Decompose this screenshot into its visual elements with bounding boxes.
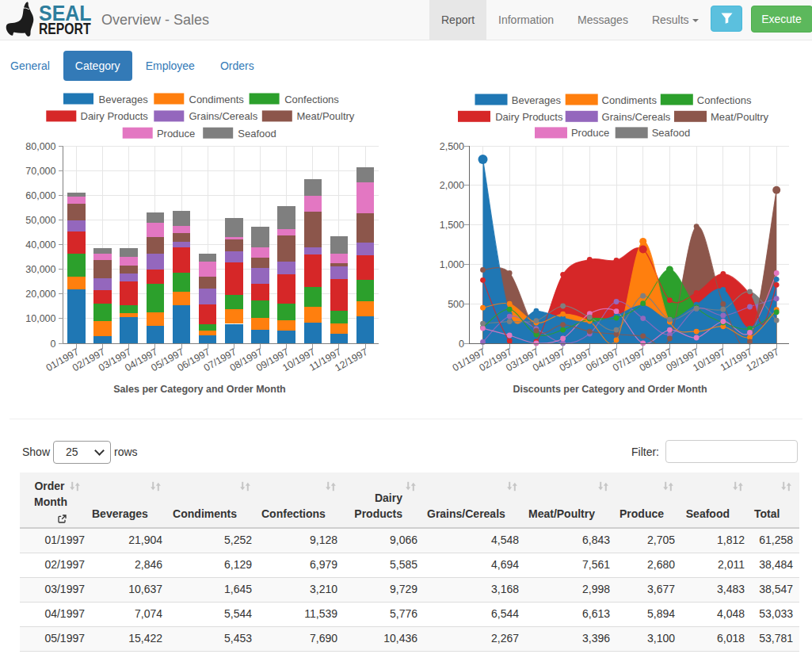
svg-text:70,000: 70,000 [25, 166, 55, 177]
svg-text:Confections: Confections [284, 94, 339, 105]
svg-text:Grains/Cereals: Grains/Cereals [189, 110, 258, 122]
svg-text:60,000: 60,000 [25, 190, 55, 201]
svg-text:500: 500 [448, 299, 464, 310]
svg-text:10,000: 10,000 [25, 313, 55, 324]
svg-text:Confections: Confections [697, 94, 752, 106]
svg-text:Beverages: Beverages [512, 94, 562, 106]
svg-text:Dairy Products: Dairy Products [495, 111, 563, 123]
svg-text:Sales per Category and Order M: Sales per Category and Order Month [113, 384, 285, 395]
svg-text:1,000: 1,000 [440, 259, 464, 270]
svg-text:Discounts per Category and Ord: Discounts per Category and Order Month [513, 384, 707, 395]
svg-text:20,000: 20,000 [25, 289, 55, 300]
svg-text:Meat/Poultry: Meat/Poultry [711, 111, 768, 123]
svg-text:Produce: Produce [157, 128, 195, 140]
svg-text:Condiments: Condiments [189, 94, 245, 105]
svg-text:Produce: Produce [571, 127, 609, 139]
svg-text:40,000: 40,000 [25, 239, 55, 251]
svg-text:30,000: 30,000 [25, 264, 55, 275]
svg-text:Condiments: Condiments [602, 94, 658, 106]
svg-text:2,500: 2,500 [440, 141, 464, 152]
svg-text:Seafood: Seafood [238, 128, 276, 140]
svg-text:Grains/Cereals: Grains/Cereals [602, 111, 671, 123]
svg-text:0: 0 [51, 339, 56, 350]
svg-text:Beverages: Beverages [99, 94, 149, 105]
svg-text:80,000: 80,000 [25, 141, 55, 152]
svg-text:Meat/Poultry: Meat/Poultry [296, 110, 354, 122]
svg-text:50,000: 50,000 [25, 215, 55, 226]
svg-text:Seafood: Seafood [652, 127, 690, 139]
svg-text:1,500: 1,500 [440, 220, 464, 231]
svg-text:0: 0 [459, 339, 464, 350]
svg-text:Dairy Products: Dairy Products [81, 110, 149, 122]
svg-text:2,000: 2,000 [440, 180, 464, 191]
svg-text:REPORT: REPORT [39, 20, 91, 37]
